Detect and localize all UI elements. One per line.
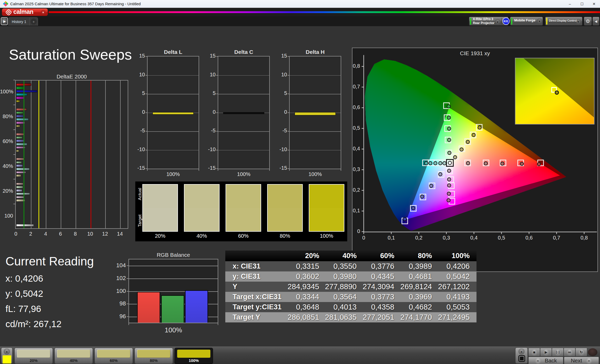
y-group-label: 60%: [0, 138, 13, 144]
minimize-button[interactable]: –: [564, 0, 576, 8]
y-tick: [13, 179, 15, 179]
y-tick: [13, 105, 15, 105]
table-cell: 0,3648: [289, 302, 326, 312]
record-indicator: [588, 348, 597, 356]
tab-history-1[interactable]: History 1: [9, 18, 29, 26]
y-tick-label: 96: [113, 313, 126, 320]
x-tick-label: 6: [55, 231, 66, 237]
add-tab-button[interactable]: +: [29, 18, 38, 26]
meter-mode: Rear Projector: [473, 21, 495, 25]
table-cell: 284,9345: [289, 282, 326, 292]
table-cell: 0,3315: [289, 261, 326, 271]
continuous-button[interactable]: ∞: [564, 348, 575, 356]
y-tick: [145, 131, 147, 132]
rgb-balance-plot: [128, 259, 218, 323]
pattern-color-popup-button[interactable]: ▲: [1, 348, 13, 364]
gridline: [46, 81, 46, 228]
patch-button-100%[interactable]: 100%: [175, 348, 213, 364]
rgb-bar-blue: [185, 290, 208, 323]
x-tick: [341, 169, 341, 171]
pattern-range-icon: [··]: [554, 349, 561, 356]
pattern-range-button[interactable]: [··]: [552, 348, 564, 356]
y-tick: [13, 80, 15, 80]
source-name: Mobile Forge: [514, 18, 537, 22]
x-tick: [218, 169, 218, 171]
patch-label-60%: 60%: [95, 358, 133, 363]
gridline: [218, 94, 269, 94]
calman-menu-dropdown[interactable]: ▼: [41, 10, 46, 15]
y-tick: [288, 150, 289, 150]
stop-icon: ■: [531, 349, 538, 356]
cie-x-tick-label: 0,2: [412, 235, 425, 241]
back-label: Back: [545, 357, 557, 364]
y-tick: [13, 204, 15, 204]
table-row-x-cie31: x: CIE310,33150,35500,37760,39890,4206: [225, 261, 476, 271]
meter-badge-value: 631: [504, 20, 508, 23]
deltaC-bar: [223, 112, 264, 114]
meter-dropdown-arrow[interactable]: ▼: [495, 19, 501, 25]
patch-button-80%[interactable]: 80%: [134, 348, 173, 364]
deltae-bar-100%-yellow: [16, 100, 20, 103]
cie-x-tick-label: 0,6: [523, 235, 536, 241]
collapse-panel-button[interactable]: ◀: [592, 17, 599, 26]
patch-button-40%[interactable]: 40%: [54, 348, 93, 364]
meter-status-accent: [470, 18, 471, 25]
y-tick: [127, 291, 128, 292]
divider: [501, 18, 502, 25]
table-cell: 267,1202: [439, 282, 476, 292]
table-cell: 269,8124: [401, 282, 439, 292]
x-tick: [199, 169, 199, 171]
swatch-target-60%: [226, 208, 261, 231]
source-dropdown-arrow[interactable]: ▼: [537, 18, 542, 24]
y-tick: [216, 94, 218, 94]
meter-select-button[interactable]: X-Rite i1Pro 3 Rear Projector ▼ 631: [469, 17, 508, 26]
window-size-popup-button[interactable]: ▲: [515, 348, 528, 364]
cie-x-tick-label: 0,3: [440, 235, 453, 241]
y-tick-label: 5: [204, 90, 216, 96]
reference-line-3: [38, 81, 39, 228]
deltae-bar-80%-cyan: [16, 118, 29, 121]
table-cell: 0,4013: [326, 302, 363, 312]
deltaL-plot: [147, 56, 199, 169]
meter-name: X-Rite i1Pro 3: [473, 17, 493, 21]
play-button[interactable]: ▶: [540, 348, 552, 356]
table-row-target-y-cie31: Target y:CIE310,36480,40130,43580,46820,…: [225, 302, 476, 312]
next-button[interactable]: Next »: [564, 357, 599, 364]
y-tick: [145, 75, 147, 76]
refresh-button[interactable]: ↻: [575, 348, 587, 356]
y-tick: [216, 56, 218, 57]
table-cell: 0,4682: [401, 302, 439, 312]
y-tick-label: 100: [113, 288, 126, 294]
y-tick: [288, 112, 289, 113]
source-select-button[interactable]: Mobile Forge ▼: [510, 17, 543, 26]
patch-label-100%: 100%: [175, 358, 213, 363]
x-tick: [269, 169, 270, 171]
patch-button-60%[interactable]: 60%: [94, 348, 133, 364]
x-tick-label: 14: [115, 231, 125, 237]
display-control-button[interactable]: Direct Display Control ▼: [545, 17, 582, 26]
y-tick: [288, 56, 289, 57]
session-play-button[interactable]: ▶: [1, 17, 8, 25]
close-button[interactable]: ✕: [588, 0, 600, 8]
x-tick-label: 2: [25, 231, 36, 237]
actual-target-swatch-panel: ActualTarget20%40%60%80%100%: [135, 181, 347, 241]
stop-button[interactable]: ■: [528, 348, 540, 356]
table-cell: 0,5053: [439, 302, 476, 312]
maximize-button[interactable]: ☐: [576, 0, 588, 8]
y-tick-label: -5: [204, 128, 216, 134]
y-tick: [145, 168, 147, 169]
table-cell: 0,3550: [326, 261, 363, 271]
meter-badge[interactable]: 631: [502, 18, 510, 25]
y-tick: [288, 94, 289, 94]
cie-y-tick-label: 0,3: [349, 166, 360, 172]
x-tick: [128, 323, 129, 325]
settings-button[interactable]: ⚙: [584, 17, 592, 26]
cie-y-tick-label: 0,6: [349, 104, 360, 110]
gridline: [129, 278, 218, 279]
calman-menu-button[interactable]: calman ▼: [2, 8, 48, 16]
back-button[interactable]: « Back: [528, 357, 563, 364]
patch-button-20%[interactable]: 20%: [14, 348, 53, 364]
cie-x-tick-label: 0,8: [577, 235, 591, 241]
y-tick: [216, 112, 218, 113]
y-tick: [216, 131, 218, 132]
